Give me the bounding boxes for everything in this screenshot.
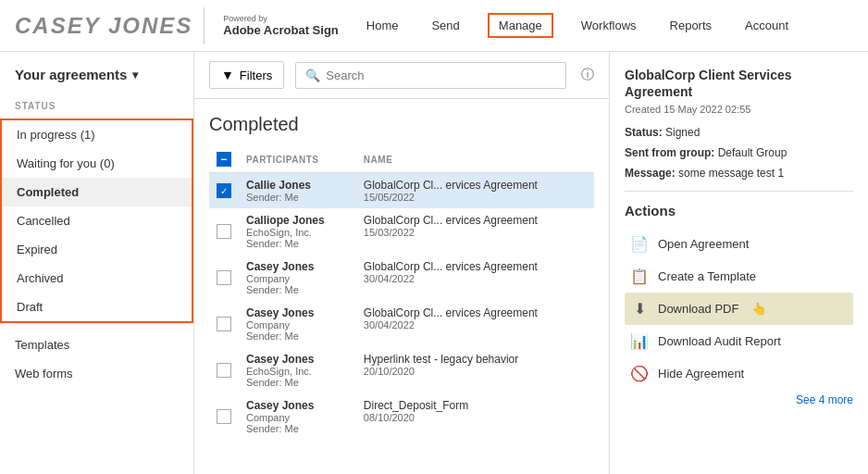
agreements-title: Your agreements [15,67,127,82]
list-title: Completed [209,114,594,135]
agreement-name: GlobalCorp Cl... ervices Agreement [364,306,587,319]
panel-divider [625,191,853,192]
table-body: ✓ Callie Jones Sender: Me GlobalCorp Cl.… [209,173,594,441]
powered-by-text: Powered by [223,14,338,23]
participant-sender: Sender: Me [246,192,349,203]
row-checkbox[interactable]: ✓ [217,183,231,198]
agreements-header[interactable]: Your agreements ▾ [0,67,193,94]
row-checkbox[interactable] [217,224,231,239]
action-label: Download Audit Report [658,334,781,348]
participant-name: Casey Jones [246,399,349,412]
participant-sender: Sender: Me [246,284,349,295]
participant-company: Company [246,319,349,331]
row-checkbox-cell[interactable] [209,301,239,347]
content-area: ▼ Filters 🔍 ⓘ Completed − PARTICIPANTS [194,52,609,474]
agreement-name: Direct_Deposit_Form [364,399,587,412]
search-input[interactable] [326,69,556,82]
action-label: Hide Agreement [658,367,744,380]
sidebar-item-templates[interactable]: Templates [0,331,193,359]
row-checkbox-cell[interactable] [209,347,239,393]
action-item-template-icon[interactable]: 📋 Create a Template [625,260,853,293]
right-panel-message: Message: some message test 1 [625,167,853,180]
nav-reports[interactable]: Reports [664,15,718,36]
nav-workflows[interactable]: Workflows [576,15,642,36]
participant-sender: Sender: Me [246,423,349,434]
toolbar: ▼ Filters 🔍 ⓘ [194,52,609,99]
list-area: Completed − PARTICIPANTS NAME ✓ Callie J… [194,99,609,474]
agreement-date: 15/05/2022 [364,192,587,203]
main-container: Your agreements ▾ STATUS In progress (1)… [0,52,868,474]
filters-button[interactable]: ▼ Filters [209,61,284,89]
agreement-name: GlobalCorp Cl... ervices Agreement [364,260,587,273]
doc-icon: 📄 [630,235,649,253]
row-participants: Casey Jones Company Sender: Me [239,255,356,301]
row-agreement: GlobalCorp Cl... ervices Agreement 15/03… [356,208,594,255]
info-icon[interactable]: ⓘ [581,67,594,83]
row-checkbox[interactable] [217,363,231,378]
table-row[interactable]: Casey Jones Company Sender: Me GlobalCor… [209,301,594,347]
action-label: Open Agreement [658,237,749,251]
powered-by-area: Powered by Adobe Acrobat Sign [223,14,338,37]
adobe-sign-text: Adobe Acrobat Sign [223,23,338,37]
see-more-link[interactable]: See 4 more [625,393,853,406]
participant-sender: Sender: Me [246,238,349,249]
row-checkbox[interactable] [217,270,231,285]
sidebar-item-cancelled[interactable]: Cancelled [2,206,192,235]
participant-company: Company [246,412,349,423]
header: CASEY JONES Powered by Adobe Acrobat Sig… [0,0,868,52]
header-divider [204,7,205,44]
sidebar-item-expired[interactable]: Expired [2,235,192,264]
th-name: NAME [356,146,594,173]
row-checkbox[interactable] [217,409,231,424]
download-pdf-icon: ⬇ [630,300,649,318]
logo: CASEY JONES [15,13,192,39]
row-checkbox[interactable] [217,317,231,331]
agreement-date: 08/10/2020 [364,412,587,423]
table-row[interactable]: Calliope Jones EchoSign, Inc. Sender: Me… [209,208,594,255]
status-value: Signed [665,126,700,139]
row-agreement: GlobalCorp Cl... ervices Agreement 30/04… [356,301,594,347]
th-checkbox: − [209,146,239,173]
row-agreement: Hyperlink test - legacy behavior 20/10/2… [356,347,594,393]
row-participants: Callie Jones Sender: Me [239,173,356,209]
right-panel-status: Status: Signed [625,126,853,139]
participant-name: Callie Jones [246,179,349,192]
table-row[interactable]: Casey Jones Company Sender: Me GlobalCor… [209,255,594,301]
sidebar-item-completed[interactable]: Completed [2,178,192,206]
sidebar-item-webforms[interactable]: Web forms [0,359,193,388]
right-panel-sent-from: Sent from group: Default Group [625,146,853,159]
participant-company: EchoSign, Inc. [246,227,349,238]
row-checkbox-cell[interactable] [209,255,239,301]
table-row[interactable]: Casey Jones Company Sender: Me Direct_De… [209,393,594,440]
agreement-date: 15/03/2022 [364,227,587,238]
sidebar-item-draft[interactable]: Draft [2,293,192,321]
participant-name: Calliope Jones [246,214,349,227]
nav-home[interactable]: Home [361,15,404,36]
sidebar-item-in-progress[interactable]: In progress (1) [2,120,192,149]
action-item-audit-icon[interactable]: 📊 Download Audit Report [625,325,853,357]
sidebar-item-archived[interactable]: Archived [2,264,192,293]
actions-title: Actions [625,203,853,218]
search-container: 🔍 [295,62,566,89]
table-row[interactable]: Casey Jones EchoSign, Inc. Sender: Me Hy… [209,347,594,393]
row-checkbox-cell[interactable] [209,208,239,255]
participant-name: Casey Jones [246,260,349,273]
row-participants: Calliope Jones EchoSign, Inc. Sender: Me [239,208,356,255]
right-panel: GlobalCorp Client Services Agreement Cre… [609,52,868,474]
action-item-download-pdf-icon[interactable]: ⬇ Download PDF 👆 [625,293,853,325]
nav-account[interactable]: Account [739,15,794,36]
message-label: Message: [625,167,676,180]
action-item-hide-icon[interactable]: 🚫 Hide Agreement [625,357,853,390]
action-item-doc-icon[interactable]: 📄 Open Agreement [625,228,853,260]
cursor-hand-icon: 👆 [751,302,766,316]
sent-from-value: Default Group [718,146,787,159]
nav-manage[interactable]: Manage [488,13,553,38]
nav-send[interactable]: Send [426,15,465,36]
table-row[interactable]: ✓ Callie Jones Sender: Me GlobalCorp Cl.… [209,173,594,209]
filters-label: Filters [240,69,272,82]
row-checkbox-cell[interactable]: ✓ [209,173,239,209]
row-checkbox-cell[interactable] [209,393,239,440]
select-all-checkbox[interactable]: − [217,152,231,167]
agreement-date: 30/04/2022 [364,319,587,331]
sidebar-item-waiting[interactable]: Waiting for you (0) [2,149,192,178]
